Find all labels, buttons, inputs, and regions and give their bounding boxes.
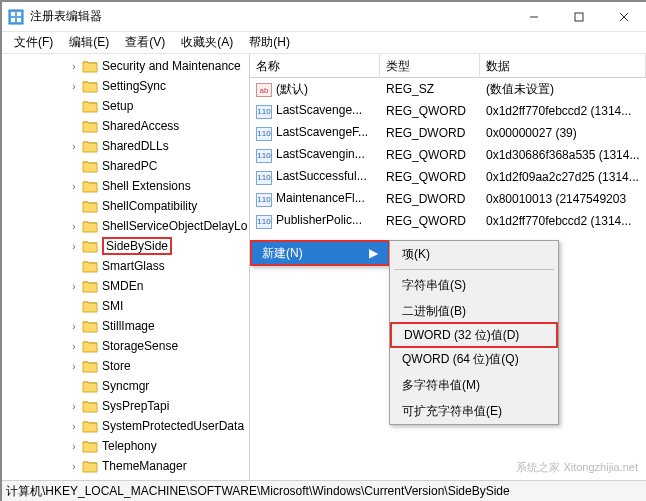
tree-item[interactable]: ›SharedDLLs <box>2 136 249 156</box>
tree-item[interactable]: ›ShellServiceObjectDelayLo <box>2 216 249 236</box>
tree-item[interactable]: ›Store <box>2 356 249 376</box>
folder-icon <box>82 419 98 433</box>
value-row[interactable]: 110LastScavengin...REG_QWORD0x1d30686f36… <box>250 144 646 166</box>
value-row[interactable]: 110LastSuccessful...REG_QWORD0x1d2f09aa2… <box>250 166 646 188</box>
close-button[interactable] <box>601 2 646 32</box>
ctx-new[interactable]: 新建(N) ▶ <box>250 240 390 266</box>
tree-label: SMDEn <box>102 279 143 293</box>
binary-value-icon: 110 <box>256 215 272 229</box>
tree-item[interactable]: ›StorageSense <box>2 336 249 356</box>
tree-item[interactable]: Syncmgr <box>2 376 249 396</box>
tree-label: Shell Extensions <box>102 179 191 193</box>
col-data[interactable]: 数据 <box>480 54 646 77</box>
tree-item[interactable]: ›Shell Extensions <box>2 176 249 196</box>
folder-icon <box>82 299 98 313</box>
menubar: 文件(F) 编辑(E) 查看(V) 收藏夹(A) 帮助(H) <box>2 32 646 54</box>
tree-label: SystemProtectedUserData <box>102 419 244 433</box>
binary-value-icon: 110 <box>256 127 272 141</box>
tree-item[interactable]: SMI <box>2 296 249 316</box>
context-menu-primary: 新建(N) ▶ <box>250 240 390 266</box>
value-name: LastScavengin... <box>276 147 365 161</box>
folder-icon <box>82 79 98 93</box>
maximize-button[interactable] <box>556 2 601 32</box>
col-type[interactable]: 类型 <box>380 54 480 77</box>
expand-icon[interactable]: › <box>68 181 80 192</box>
expand-icon[interactable]: › <box>68 281 80 292</box>
col-name[interactable]: 名称 <box>250 54 380 77</box>
tree-item[interactable]: ›SettingSync <box>2 76 249 96</box>
expand-icon[interactable]: › <box>68 321 80 332</box>
expand-icon[interactable]: › <box>68 241 80 252</box>
string-value-icon: ab <box>256 83 272 97</box>
tree-item[interactable]: ›Security and Maintenance <box>2 56 249 76</box>
ctx-key[interactable]: 项(K) <box>390 241 558 267</box>
ctx-expand[interactable]: 可扩充字符串值(E) <box>390 398 558 424</box>
expand-icon[interactable]: › <box>68 341 80 352</box>
minimize-button[interactable] <box>511 2 556 32</box>
svg-rect-1 <box>11 12 15 16</box>
ctx-dword[interactable]: DWORD (32 位)值(D) <box>390 322 558 348</box>
value-row[interactable]: 110LastScavenge...REG_QWORD0x1d2ff770feb… <box>250 100 646 122</box>
folder-icon <box>82 199 98 213</box>
value-type: REG_SZ <box>380 80 480 98</box>
ctx-binary[interactable]: 二进制值(B) <box>390 298 558 324</box>
folder-icon <box>82 279 98 293</box>
window-title: 注册表编辑器 <box>30 8 511 25</box>
value-row[interactable]: 110MaintenanceFl...REG_DWORD0x80010013 (… <box>250 188 646 210</box>
expand-icon[interactable]: › <box>68 441 80 452</box>
tree-item[interactable]: ShellCompatibility <box>2 196 249 216</box>
tree-label: Telephony <box>102 439 157 453</box>
menu-file[interactable]: 文件(F) <box>6 32 61 53</box>
value-row[interactable]: ab(默认)REG_SZ(数值未设置) <box>250 78 646 100</box>
tree-item[interactable]: ›SysPrepTapi <box>2 396 249 416</box>
tree-label: Security and Maintenance <box>102 59 241 73</box>
value-name: LastScavenge... <box>276 103 362 117</box>
menu-favorites[interactable]: 收藏夹(A) <box>173 32 241 53</box>
tree-label: Store <box>102 359 131 373</box>
tree-label: SharedDLLs <box>102 139 169 153</box>
expand-icon[interactable]: › <box>68 401 80 412</box>
ctx-multi[interactable]: 多字符串值(M) <box>390 372 558 398</box>
tree-item[interactable]: SharedPC <box>2 156 249 176</box>
tree-item[interactable]: ›SMDEn <box>2 276 249 296</box>
tree-item[interactable]: ›StillImage <box>2 316 249 336</box>
value-data: 0x00000027 (39) <box>480 124 646 142</box>
tree-item[interactable]: SmartGlass <box>2 256 249 276</box>
value-row[interactable]: 110PublisherPolic...REG_QWORD0x1d2ff770f… <box>250 210 646 232</box>
expand-icon[interactable]: › <box>68 461 80 472</box>
value-name: LastScavengeF... <box>276 125 368 139</box>
tree-item[interactable]: ›ThemeManager <box>2 456 249 476</box>
folder-icon <box>82 319 98 333</box>
expand-icon[interactable]: › <box>68 61 80 72</box>
tree-item[interactable]: ›SystemProtectedUserData <box>2 416 249 436</box>
tree-panel[interactable]: ›Security and Maintenance›SettingSyncSet… <box>2 54 250 480</box>
expand-icon[interactable]: › <box>68 141 80 152</box>
value-data: 0x1d2ff770febccd2 (1314... <box>480 102 646 120</box>
folder-icon <box>82 359 98 373</box>
value-row[interactable]: 110LastScavengeF...REG_DWORD0x00000027 (… <box>250 122 646 144</box>
expand-icon[interactable]: › <box>68 421 80 432</box>
menu-edit[interactable]: 编辑(E) <box>61 32 117 53</box>
titlebar: 注册表编辑器 <box>2 2 646 32</box>
menu-view[interactable]: 查看(V) <box>117 32 173 53</box>
ctx-new-label: 新建(N) <box>262 245 303 262</box>
tree-item[interactable]: SharedAccess <box>2 116 249 136</box>
values-panel[interactable]: 名称 类型 数据 ab(默认)REG_SZ(数值未设置)110LastScave… <box>250 54 646 480</box>
folder-icon <box>82 259 98 273</box>
submenu-arrow-icon: ▶ <box>369 246 378 260</box>
app-icon <box>8 9 24 25</box>
tree-item[interactable]: ›SideBySide <box>2 236 249 256</box>
folder-icon <box>82 99 98 113</box>
expand-icon[interactable]: › <box>68 361 80 372</box>
ctx-string[interactable]: 字符串值(S) <box>390 272 558 298</box>
tree-label: SMI <box>102 299 123 313</box>
folder-icon <box>82 179 98 193</box>
tree-item[interactable]: ›Telephony <box>2 436 249 456</box>
menu-help[interactable]: 帮助(H) <box>241 32 298 53</box>
value-type: REG_QWORD <box>380 212 480 230</box>
tree-label: ShellServiceObjectDelayLo <box>102 219 247 233</box>
ctx-qword[interactable]: QWORD (64 位)值(Q) <box>390 346 558 372</box>
tree-item[interactable]: Setup <box>2 96 249 116</box>
expand-icon[interactable]: › <box>68 81 80 92</box>
expand-icon[interactable]: › <box>68 221 80 232</box>
